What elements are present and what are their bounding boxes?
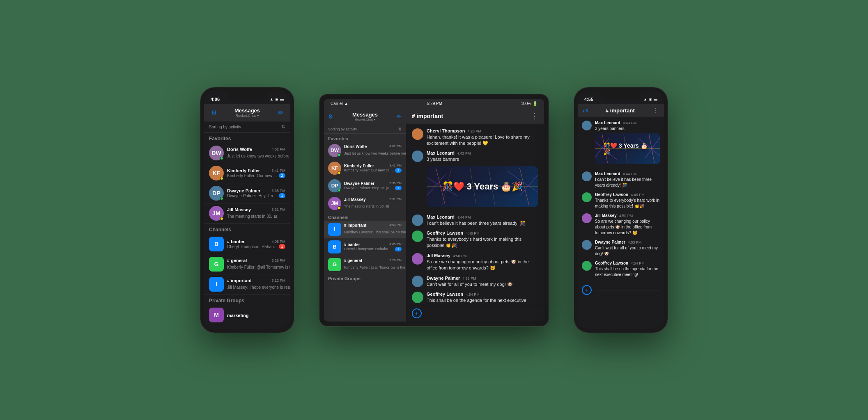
message-text: Thanks to everybody's hard work in makin… <box>595 198 660 209</box>
badge: 2 <box>395 168 402 173</box>
avatar <box>412 253 423 265</box>
chat-preview: Kimberly Fuller: @all Tomorrow is the bi… <box>344 265 406 269</box>
unread-badge: 2 <box>279 173 285 178</box>
chat-time: 3:12 PM <box>271 278 285 283</box>
sender-name: Max Leonard <box>595 121 620 125</box>
message-time: 4:44 PM <box>457 215 471 219</box>
chat-time: 3:31 PM <box>271 208 285 212</box>
avatar <box>582 213 592 223</box>
message-header: Jill Massey 4:50 PM <box>427 253 538 258</box>
avatar: DP <box>209 186 224 201</box>
private-section: Private Groups <box>324 274 406 282</box>
list-item[interactable]: KF Kimberly Fuller 3:41 PM Kimberly Full… <box>324 160 406 177</box>
chat-time: 3:41 PM <box>389 164 402 168</box>
message-time: 4:50 PM <box>453 254 467 258</box>
message-header: Max Leonard 4:43 PM <box>595 121 660 125</box>
badge: 1 <box>395 186 402 190</box>
battery-icon: ▬ <box>654 97 657 101</box>
list-item[interactable]: JM Jill Massey 3:31 PM The meeting start… <box>204 203 290 224</box>
add-button[interactable]: + <box>412 308 422 318</box>
avatar: DP <box>328 179 341 192</box>
chat-info: # banter 4:05 PM Cheryl Thompson: Hahaha… <box>344 242 402 251</box>
message-row: Geoffrey Lawson 4:54 PM This shall be on… <box>582 261 660 278</box>
messages-container: Max Leonard 4:43 PM 3 years banners <box>578 117 664 301</box>
chat-name-row: # banter 4:05 PM <box>227 239 285 244</box>
back-button[interactable]: ‹ 3 <box>583 107 588 114</box>
tablet-inner: Carrier ▲ 5:29 PM 100% 🔋 ⚙ Messages Rock… <box>324 99 544 322</box>
compose-icon[interactable]: ✏ <box>397 113 402 120</box>
sender-name: Jill Massey <box>595 213 617 218</box>
list-item[interactable]: B # banter 4:05 PM Cheryl Thompson: Haha… <box>324 238 406 256</box>
tablet: Carrier ▲ 5:29 PM 100% 🔋 ⚙ Messages Rock… <box>319 94 549 326</box>
tablet-time: 5:29 PM <box>427 101 442 106</box>
unread-badge: 1 <box>279 193 285 198</box>
message-text: 3 years banners <box>427 156 538 162</box>
chat-name: # general <box>344 258 362 263</box>
sort-icon[interactable]: ⇅ <box>398 127 402 131</box>
more-options-icon[interactable]: ⋮ <box>531 112 538 121</box>
wifi-icon: ◉ <box>649 97 652 101</box>
list-item[interactable]: M marketing <box>204 305 290 325</box>
message-time: 4:54 PM <box>631 261 645 265</box>
back-count: 3 <box>586 108 588 113</box>
message-text: So are we changing our policy about pets… <box>595 219 660 236</box>
chat-preview: Kimberly Fuller: Our new clients are rea… <box>227 173 279 178</box>
list-item[interactable]: B # banter 4:05 PM Cheryl Thompson: Haha… <box>204 234 290 254</box>
tablet-status-bar: Carrier ▲ 5:29 PM 100% 🔋 <box>324 99 544 108</box>
filter-icon[interactable]: ⚙ <box>209 108 219 118</box>
message-content: Max Leonard 4:44 PM I can't believe it h… <box>427 215 538 226</box>
chat-preview: The meeting starts in 30. 🗓 <box>344 204 390 208</box>
preview-row: Dwayne Palmer: Hey, I'm just finishing u… <box>227 193 285 198</box>
chat-info: # general 3:26 PM Kimberly Fuller: @all … <box>227 258 285 270</box>
message-row: Geoffrey Lawson 4:54 PM This shall be on… <box>412 292 538 304</box>
online-status <box>220 197 223 200</box>
chat-time: 4:02 PM <box>389 144 402 149</box>
list-item[interactable]: DP Dwayne Palmer 3:35 PM Dwayne Palmer: … <box>324 177 406 195</box>
compose-icon[interactable]: ✏ <box>276 108 285 118</box>
list-item[interactable]: G # general 3:26 PM Kimberly Fuller: @al… <box>324 256 406 274</box>
message-row: Jill Massey 4:50 PM So are we changing o… <box>412 253 538 272</box>
message-time: 4:46 PM <box>631 193 645 197</box>
left-phone-inner: 4:06 ▲ ◉ ▬ ⚙ Messages Rocket.Chat ▾ ✏ <box>204 91 290 329</box>
message-header: Geoffrey Lawson 4:54 PM <box>595 261 660 265</box>
chat-name: # important <box>227 278 252 283</box>
left-phone: 4:06 ▲ ◉ ▬ ⚙ Messages Rocket.Chat ▾ ✏ <box>200 87 294 333</box>
chat-time: 4:02 PM <box>271 147 285 151</box>
sort-label: Sorting by activity <box>328 127 357 131</box>
avatar-letter: M <box>209 308 224 322</box>
status-time: 4:55 <box>584 97 593 102</box>
more-options-icon[interactable]: ⋮ <box>652 107 659 114</box>
list-item[interactable]: I # important 4:54 PM Geoffrey Lawson: T… <box>324 221 406 238</box>
avatar <box>412 215 423 226</box>
list-item[interactable]: I # important 3:12 PM Jill Massey: I hop… <box>204 274 290 294</box>
chat-preview: Just let us know two weeks before your i… <box>227 154 290 158</box>
chat-info: # important 3:12 PM Jill Massey: I hope … <box>227 278 285 290</box>
sender-name: Geoffrey Lawson <box>595 192 628 197</box>
message-text: Can't wait for all of you to meet my dog… <box>427 281 538 288</box>
chat-name: Jill Massey <box>227 207 251 212</box>
name-row: # general 3:26 PM <box>344 258 402 263</box>
list-item[interactable]: DW Doris Wolfe 4:02 PM Just let us know … <box>204 143 290 163</box>
add-button[interactable]: + <box>582 285 592 295</box>
sidebar-title-group: Messages Rocket.Chat ▾ <box>352 112 378 121</box>
message-header: Max Leonard 4:44 PM <box>427 215 538 219</box>
status-time: 4:06 <box>211 97 220 102</box>
list-item[interactable]: DW Doris Wolfe 4:02 PM Just let us know … <box>324 142 406 160</box>
list-item[interactable]: JM Jill Massey 3:31 PM The meeting start… <box>324 195 406 212</box>
message-row: Max Leonard 4:43 PM 3 years banners <box>582 121 660 167</box>
sort-label: Sorting by activity <box>209 125 241 129</box>
messages-list: Cheryl Thompson 4:28 PM Hahah, thanks! I… <box>406 124 544 305</box>
settings-icon[interactable]: ⚙ <box>328 113 333 120</box>
list-item[interactable]: KF Kimberly Fuller 3:41 PM Kimberly Full… <box>204 163 290 183</box>
sender-name: Geoffrey Lawson <box>595 261 628 265</box>
tablet-main-chat: # important ⋮ Cheryl Thompson 4:28 PM <box>406 108 544 322</box>
list-item[interactable]: DP Dwayne Palmer 3:35 PM Dwayne Palmer: … <box>204 183 290 203</box>
sort-icon[interactable]: ⇅ <box>281 124 285 130</box>
message-text: Can't wait for all of you to meet my dog… <box>595 245 660 257</box>
header-subtitle[interactable]: Rocket.Chat ▾ <box>234 114 260 118</box>
right-phone-inner: 4:55 ▲ ◉ ▬ ‹ 3 # important ⋮ <box>578 91 664 329</box>
name-row: Kimberly Fuller 3:41 PM <box>344 164 402 168</box>
avatar <box>412 128 423 140</box>
list-item[interactable]: G # general 3:26 PM Kimberly Fuller: @al… <box>204 254 290 274</box>
signal-icon: ▲ <box>643 97 647 101</box>
